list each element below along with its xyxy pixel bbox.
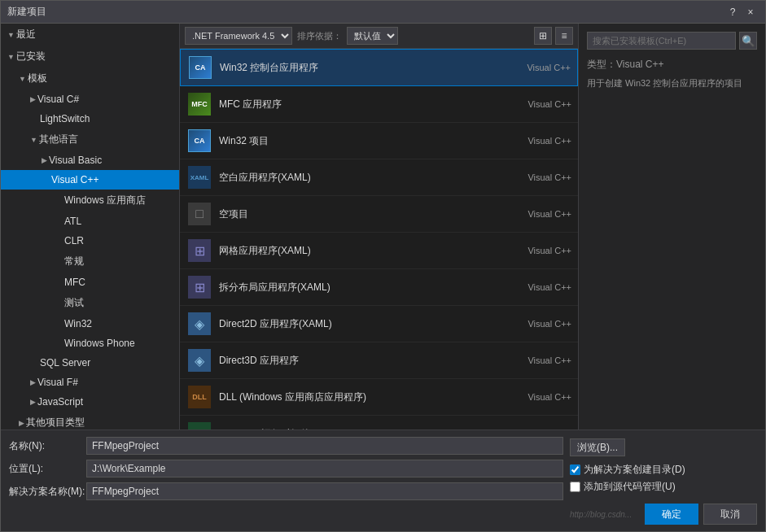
tree-item-clr[interactable]: CLR bbox=[1, 231, 179, 251]
template-name-split-app-xaml: 拆分布局应用程序(XAML) bbox=[219, 281, 521, 294]
tree-item-installed[interactable]: ▼已安装 bbox=[1, 46, 179, 68]
tree-item-windows-store[interactable]: Windows 应用商店 bbox=[1, 190, 179, 211]
template-name-blank-xaml: 空白应用程序(XAML) bbox=[219, 171, 521, 185]
tree-item-other-lang[interactable]: ▼其他语言 bbox=[1, 129, 179, 150]
tree-item-label-general: 常规 bbox=[64, 255, 84, 268]
template-lang-direct2d-xaml: Visual C++ bbox=[527, 319, 571, 329]
template-item-empty-project[interactable]: □ 空项目 Visual C++ bbox=[180, 196, 578, 233]
tree-item-label-other-lang: 其他语言 bbox=[39, 133, 78, 146]
template-item-split-app-xaml[interactable]: ⊞ 拆分布局应用程序(XAML) Visual C++ bbox=[180, 269, 578, 306]
tree-item-label-templates: 模板 bbox=[28, 72, 47, 85]
close-button[interactable]: × bbox=[742, 5, 759, 20]
create-directory-checkbox[interactable] bbox=[570, 464, 580, 475]
add-source-control-checkbox[interactable] bbox=[570, 482, 580, 492]
tree-item-other-project[interactable]: ▶其他项目类型 bbox=[1, 412, 179, 430]
template-icon-empty-project: □ bbox=[186, 201, 212, 227]
search-input[interactable] bbox=[587, 32, 736, 50]
list-view-btn[interactable]: ≡ bbox=[555, 27, 573, 45]
template-list[interactable]: CA Win32 控制台应用程序 Visual C++ MFC MFC 应用程序… bbox=[180, 49, 578, 430]
tree-item-templates[interactable]: ▼模板 bbox=[1, 68, 179, 89]
confirm-button[interactable]: 确定 bbox=[645, 504, 698, 525]
tree-item-label-recent: 最近 bbox=[16, 28, 36, 41]
watermark: http://blog.csdn... bbox=[570, 510, 640, 519]
template-icon-grid-app-xaml: ⊞ bbox=[186, 238, 212, 264]
tree-item-label-clr: CLR bbox=[64, 235, 84, 246]
template-name-win32-console: Win32 控制台应用程序 bbox=[220, 61, 520, 75]
tree-item-win32[interactable]: Win32 bbox=[1, 314, 179, 334]
browse-row: 浏览(B)... bbox=[570, 438, 757, 456]
solution-input[interactable] bbox=[86, 482, 563, 500]
browse-button[interactable]: 浏览(B)... bbox=[570, 438, 625, 456]
tree-item-visual-basic[interactable]: ▶Visual Basic bbox=[1, 150, 179, 170]
name-input[interactable] bbox=[86, 437, 563, 455]
template-name-win32-project: Win32 项目 bbox=[219, 134, 521, 148]
bottom-right-options: 浏览(B)... 为解决方案创建目录(D) 添加到源代码管理(U) http:/… bbox=[570, 437, 757, 525]
right-panel: 🔍 类型：Visual C++ 用于创建 Win32 控制台应用程序的项目 bbox=[578, 24, 765, 430]
tree-container[interactable]: ▼最近▼已安装▼模板▶Visual C#LightSwitch▼其他语言▶Vis… bbox=[1, 24, 179, 430]
tree-item-label-sql-server: SQL Server bbox=[40, 357, 90, 368]
tree-item-label-other-project: 其他项目类型 bbox=[26, 416, 85, 430]
template-icon-blank-xaml: XAML bbox=[186, 164, 212, 190]
left-panel: ▼最近▼已安装▼模板▶Visual C#LightSwitch▼其他语言▶Vis… bbox=[1, 24, 180, 430]
location-input[interactable] bbox=[86, 460, 563, 477]
cancel-button[interactable]: 取消 bbox=[703, 504, 757, 525]
template-icon-win32-console: CA bbox=[187, 55, 213, 81]
template-item-windows-runtime[interactable]: RT Windows 运行时组件 Visual C++ bbox=[180, 416, 578, 430]
tree-item-atl[interactable]: ATL bbox=[1, 211, 179, 231]
bottom-row: 名称(N): 位置(L): 解决方案名称(M): 浏览(B)... bbox=[9, 437, 757, 525]
bottom-forms: 名称(N): 位置(L): 解决方案名称(M): bbox=[9, 437, 563, 505]
tree-item-label-visual-cpp: Visual C++ bbox=[51, 174, 98, 185]
search-button[interactable]: 🔍 bbox=[739, 32, 757, 50]
template-item-grid-app-xaml[interactable]: ⊞ 网格应用程序(XAML) Visual C++ bbox=[180, 233, 578, 269]
tree-item-label-windows-store: Windows 应用商店 bbox=[64, 194, 146, 207]
tree-item-visual-fsharp[interactable]: ▶Visual F# bbox=[1, 373, 179, 392]
template-item-direct3d-app[interactable]: ◈ Direct3D 应用程序 Visual C++ bbox=[180, 342, 578, 379]
tree-item-javascript[interactable]: ▶JavaScript bbox=[1, 392, 179, 412]
template-item-dll-windows-store[interactable]: DLL DLL (Windows 应用商店应用程序) Visual C++ bbox=[180, 379, 578, 416]
tree-item-general[interactable]: 常规 bbox=[1, 251, 179, 273]
sort-select[interactable]: 默认值 bbox=[347, 27, 398, 45]
tree-item-visual-cpp[interactable]: Visual C++ bbox=[1, 170, 179, 190]
tree-item-lightswitch[interactable]: LightSwitch bbox=[1, 109, 179, 129]
tree-item-label-installed: 已安装 bbox=[16, 50, 46, 63]
template-item-blank-xaml[interactable]: XAML 空白应用程序(XAML) Visual C++ bbox=[180, 159, 578, 196]
template-name-direct2d-xaml: Direct2D 应用程序(XAML) bbox=[219, 317, 521, 331]
template-name-grid-app-xaml: 网格应用程序(XAML) bbox=[219, 244, 521, 258]
tree-item-label-mfc: MFC bbox=[64, 277, 85, 288]
tree-item-label-test: 测试 bbox=[64, 296, 84, 310]
template-item-win32-project[interactable]: CA Win32 项目 Visual C++ bbox=[180, 123, 578, 159]
tree-item-label-visual-fsharp: Visual F# bbox=[37, 377, 78, 388]
template-lang-empty-project: Visual C++ bbox=[527, 209, 571, 219]
checkbox1-row: 为解决方案创建目录(D) bbox=[570, 463, 757, 477]
middle-panel: .NET Framework 4.5 排序依据： 默认值 ⊞ ≡ CA Win3… bbox=[180, 24, 578, 430]
template-item-mfc-app[interactable]: MFC MFC 应用程序 Visual C++ bbox=[180, 86, 578, 123]
template-icon-win32-project: CA bbox=[186, 128, 212, 154]
template-lang-mfc-app: Visual C++ bbox=[527, 99, 571, 109]
bottom-area: 名称(N): 位置(L): 解决方案名称(M): 浏览(B)... bbox=[1, 430, 765, 531]
solution-label: 解决方案名称(M): bbox=[9, 485, 86, 499]
template-lang-split-app-xaml: Visual C++ bbox=[527, 282, 571, 292]
tree-item-label-atl: ATL bbox=[64, 216, 81, 227]
template-item-win32-console[interactable]: CA Win32 控制台应用程序 Visual C++ bbox=[180, 49, 578, 86]
dialog-title: 新建项目 bbox=[7, 5, 46, 19]
template-icon-windows-runtime: RT bbox=[186, 421, 212, 430]
tree-item-test[interactable]: 测试 bbox=[1, 292, 179, 314]
tree-item-recent[interactable]: ▼最近 bbox=[1, 24, 179, 46]
template-lang-grid-app-xaml: Visual C++ bbox=[527, 246, 571, 255]
framework-select[interactable]: .NET Framework 4.5 bbox=[185, 27, 292, 45]
location-input-group bbox=[86, 460, 563, 477]
tree-item-windows-phone[interactable]: Windows Phone bbox=[1, 334, 179, 353]
tree-item-visual-csharp[interactable]: ▶Visual C# bbox=[1, 89, 179, 109]
tree-root: ▼最近▼已安装▼模板▶Visual C#LightSwitch▼其他语言▶Vis… bbox=[1, 24, 179, 430]
checkbox2-label: 添加到源代码管理(U) bbox=[584, 480, 676, 494]
template-name-mfc-app: MFC 应用程序 bbox=[219, 98, 521, 111]
tree-item-mfc[interactable]: MFC bbox=[1, 273, 179, 292]
type-info: 类型：Visual C++ bbox=[587, 58, 757, 72]
tree-item-label-lightswitch: LightSwitch bbox=[40, 113, 90, 124]
help-button[interactable]: ? bbox=[724, 5, 741, 20]
tree-item-sql-server[interactable]: SQL Server bbox=[1, 353, 179, 373]
tree-item-label-windows-phone: Windows Phone bbox=[64, 338, 135, 349]
title-bar: 新建项目 ? × bbox=[1, 1, 765, 24]
template-item-direct2d-xaml[interactable]: ◈ Direct2D 应用程序(XAML) Visual C++ bbox=[180, 306, 578, 342]
grid-view-btn[interactable]: ⊞ bbox=[534, 27, 552, 45]
